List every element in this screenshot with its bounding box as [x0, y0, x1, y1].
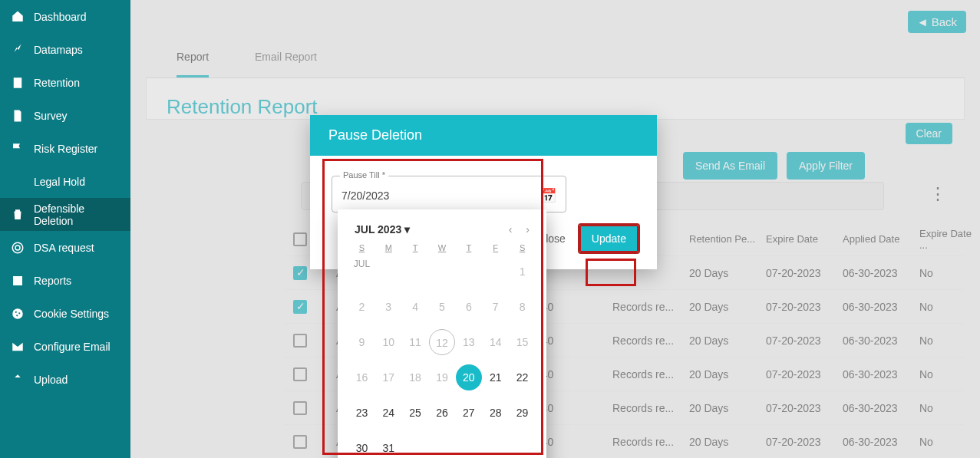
- day-16: 16: [348, 364, 375, 390]
- svg-point-0: [12, 242, 23, 253]
- sidebar-item-label: Reports: [34, 275, 71, 287]
- sidebar-item-label: Cookie Settings: [34, 308, 109, 320]
- day-7: 7: [483, 294, 509, 320]
- sidebar-item-label: Upload: [34, 374, 68, 386]
- day-22[interactable]: 22: [510, 364, 536, 390]
- month-inline-label: JUL: [348, 259, 375, 285]
- day-10: 10: [375, 329, 401, 355]
- day-12: 12: [429, 329, 455, 355]
- caret-down-icon: ▾: [404, 223, 410, 236]
- home-icon: [11, 10, 25, 24]
- calendar-icon[interactable]: 📅: [539, 187, 556, 204]
- day-30[interactable]: 30: [348, 435, 375, 458]
- dow: S: [509, 243, 536, 252]
- gavel-icon: [11, 175, 25, 189]
- pause-till-label: Pause Till *: [340, 170, 388, 180]
- sidebar-item-datamaps[interactable]: Datamaps: [0, 33, 130, 66]
- svg-point-5: [16, 315, 18, 316]
- sidebar-item-upload[interactable]: Upload: [0, 363, 130, 396]
- day-14: 14: [483, 329, 509, 355]
- day-11: 11: [402, 329, 428, 355]
- sidebar: DashboardDatamapsRetentionSurveyRisk Reg…: [0, 0, 130, 458]
- day-5: 5: [429, 294, 455, 320]
- day-13: 13: [456, 329, 482, 355]
- doc-icon: [11, 109, 25, 123]
- pause-till-value: 7/20/2023: [342, 189, 389, 202]
- date-picker: JUL 2023 ▾ ‹ › SMTWTFS JUL12345678910111…: [338, 209, 546, 458]
- sidebar-item-label: Retention: [34, 77, 80, 89]
- day-21[interactable]: 21: [483, 364, 509, 390]
- prev-month-icon[interactable]: ‹: [509, 223, 513, 236]
- month-selector[interactable]: JUL 2023 ▾: [355, 223, 410, 236]
- day-1: 1: [510, 259, 536, 285]
- dow: T: [455, 243, 482, 252]
- day-23[interactable]: 23: [348, 400, 375, 426]
- day-27[interactable]: 27: [456, 400, 482, 426]
- day-31[interactable]: 31: [375, 435, 401, 458]
- building-icon: [11, 76, 25, 90]
- sidebar-item-label: Survey: [34, 110, 68, 122]
- sidebar-item-reports[interactable]: Reports: [0, 264, 130, 297]
- day-28[interactable]: 28: [483, 400, 509, 426]
- sidebar-item-dsa-request[interactable]: DSA request: [0, 231, 130, 264]
- day-26[interactable]: 26: [429, 400, 455, 426]
- sidebar-item-label: Dashboard: [34, 11, 87, 23]
- sidebar-item-retention[interactable]: Retention: [0, 66, 130, 99]
- svg-point-2: [12, 308, 23, 319]
- news-icon: [11, 274, 25, 288]
- dow: M: [375, 243, 402, 252]
- sidebar-item-label: Legal Hold: [34, 176, 85, 188]
- day-18: 18: [402, 364, 428, 390]
- day-6: 6: [456, 294, 482, 320]
- sidebar-item-label: Defensible Deletion: [34, 203, 120, 227]
- sidebar-item-label: Configure Email: [34, 341, 111, 353]
- day-17: 17: [375, 364, 401, 390]
- trash-icon: [11, 208, 25, 222]
- cookie-icon: [11, 307, 25, 321]
- flag-icon: [11, 142, 25, 156]
- update-button[interactable]: Update: [579, 225, 638, 252]
- pause-till-field[interactable]: Pause Till * 7/20/2023 📅: [332, 176, 566, 213]
- day-9: 9: [348, 329, 375, 355]
- day-4: 4: [402, 294, 428, 320]
- sidebar-item-cookie-settings[interactable]: Cookie Settings: [0, 297, 130, 330]
- sidebar-item-risk-register[interactable]: Risk Register: [0, 132, 130, 165]
- svg-point-1: [15, 245, 20, 250]
- sidebar-item-label: Risk Register: [34, 143, 97, 155]
- life-icon: [11, 241, 25, 255]
- mail-icon: [11, 340, 25, 354]
- sidebar-item-configure-email[interactable]: Configure Email: [0, 330, 130, 363]
- day-15: 15: [510, 329, 536, 355]
- day-2: 2: [348, 294, 375, 320]
- day-20[interactable]: 20: [456, 364, 482, 390]
- dow: F: [482, 243, 509, 252]
- day-3: 3: [375, 294, 401, 320]
- day-8: 8: [510, 294, 536, 320]
- upload-icon: [11, 373, 25, 387]
- sidebar-item-label: DSA request: [34, 242, 94, 254]
- month-label: JUL 2023: [355, 223, 401, 236]
- sidebar-item-label: Datamaps: [34, 44, 83, 56]
- chart-icon: [11, 43, 25, 57]
- day-25[interactable]: 25: [402, 400, 428, 426]
- svg-point-4: [18, 312, 20, 314]
- next-month-icon[interactable]: ›: [526, 223, 530, 236]
- day-24[interactable]: 24: [375, 400, 401, 426]
- dow: T: [402, 243, 429, 252]
- sidebar-item-survey[interactable]: Survey: [0, 99, 130, 132]
- dow: S: [348, 243, 375, 252]
- sidebar-item-defensible-deletion[interactable]: Defensible Deletion: [0, 198, 130, 231]
- sidebar-item-dashboard[interactable]: Dashboard: [0, 0, 130, 33]
- svg-point-3: [15, 311, 17, 312]
- modal-title: Pause Deletion: [310, 115, 657, 156]
- sidebar-item-legal-hold[interactable]: Legal Hold: [0, 165, 130, 198]
- dow: W: [429, 243, 456, 252]
- day-19: 19: [429, 364, 455, 390]
- day-29[interactable]: 29: [510, 400, 536, 426]
